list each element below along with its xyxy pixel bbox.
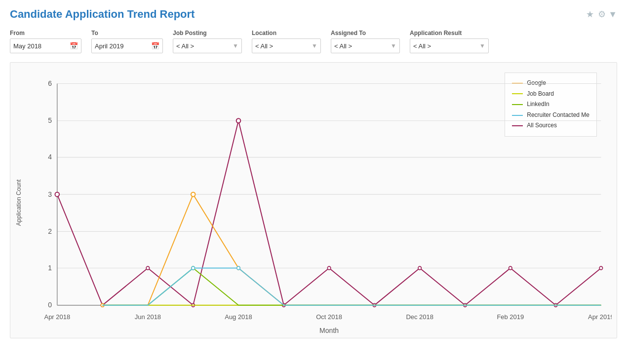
from-calendar-icon[interactable]: 📅 [70, 42, 78, 50]
google-line [103, 194, 601, 305]
dot-allsources-12 [599, 266, 602, 270]
to-filter: To 📅 [91, 30, 163, 53]
location-label: Location [252, 30, 321, 36]
to-input-wrap: 📅 [91, 38, 163, 53]
application-result-select-wrap: < All > ▼ [410, 38, 489, 53]
job-posting-arrow-icon: ▼ [233, 42, 238, 49]
page-title: Candidate Application Trend Report [10, 8, 195, 21]
job-posting-select[interactable]: < All > [176, 42, 231, 50]
dot-allsources-6 [327, 266, 330, 270]
to-calendar-icon[interactable]: 📅 [151, 42, 159, 50]
to-label: To [91, 30, 163, 36]
page: Candidate Application Trend Report ★ ⚙ ▼… [0, 0, 627, 364]
svg-text:Oct 2018: Oct 2018 [316, 313, 342, 321]
chart-svg-area: 0 1 2 3 4 5 6 Apr 2018 [25, 73, 612, 333]
location-filter: Location < All > ▼ [252, 30, 321, 53]
dot-allsources-0 [55, 192, 59, 197]
job-posting-filter: Job Posting < All > ▼ [173, 30, 242, 53]
svg-text:5: 5 [48, 116, 52, 124]
dot-google-peak [191, 192, 196, 197]
svg-text:0: 0 [48, 301, 52, 309]
svg-text:Apr 2019: Apr 2019 [588, 313, 612, 321]
location-select[interactable]: < All > [255, 42, 310, 50]
svg-text:4: 4 [48, 153, 52, 161]
all-sources-line [57, 121, 601, 305]
from-filter: From 📅 [10, 30, 81, 53]
application-result-filter: Application Result < All > ▼ [410, 30, 489, 53]
dot-allsources-2 [146, 266, 149, 270]
svg-text:Aug 2018: Aug 2018 [225, 313, 252, 321]
application-result-arrow-icon: ▼ [479, 42, 485, 49]
svg-text:2: 2 [48, 227, 52, 235]
main-chart-svg: 0 1 2 3 4 5 6 Apr 2018 [25, 73, 612, 333]
settings-icon[interactable]: ⚙ ▼ [598, 9, 617, 20]
from-input-wrap: 📅 [10, 38, 81, 53]
assigned-to-arrow-icon: ▼ [391, 42, 396, 49]
from-label: From [10, 30, 81, 36]
to-input[interactable] [95, 42, 149, 50]
y-axis-label: Application Count [15, 73, 22, 333]
dot-recruiter-2 [237, 266, 240, 270]
svg-text:Apr 2018: Apr 2018 [44, 313, 71, 321]
svg-text:Feb 2019: Feb 2019 [497, 313, 524, 321]
chart-container: Google Job Board LinkedIn Recruiter Cont… [10, 62, 617, 338]
svg-text:Month: Month [319, 327, 339, 333]
dot-allsources-8 [418, 266, 421, 270]
from-input[interactable] [13, 42, 68, 50]
svg-text:Dec 2018: Dec 2018 [406, 313, 433, 321]
svg-text:3: 3 [48, 190, 52, 198]
dot-recruiter-1 [192, 266, 195, 270]
chart-inner: 0 1 2 3 4 5 6 Apr 2018 [25, 73, 612, 333]
assigned-to-label: Assigned To [331, 30, 400, 36]
assigned-to-filter: Assigned To < All > ▼ [331, 30, 400, 53]
job-posting-select-wrap: < All > ▼ [173, 38, 242, 53]
filters: From 📅 To 📅 Job Posting < All > ▼ Loca [10, 30, 617, 53]
header: Candidate Application Trend Report ★ ⚙ ▼ [10, 8, 617, 21]
job-posting-label: Job Posting [173, 30, 242, 36]
application-result-select[interactable]: < All > [413, 42, 477, 50]
assigned-to-select-wrap: < All > ▼ [331, 38, 400, 53]
dot-allsources-10 [509, 266, 512, 270]
svg-text:Jun 2018: Jun 2018 [135, 313, 161, 321]
application-result-label: Application Result [410, 30, 489, 36]
svg-text:1: 1 [48, 264, 52, 272]
star-icon[interactable]: ★ [586, 9, 594, 20]
chart-area: Application Count [15, 73, 612, 333]
location-select-wrap: < All > ▼ [252, 38, 321, 53]
dot-allsources-4 [236, 118, 241, 123]
svg-text:6: 6 [48, 79, 52, 87]
assigned-to-select[interactable]: < All > [334, 42, 389, 50]
header-icons: ★ ⚙ ▼ [586, 9, 617, 20]
location-arrow-icon: ▼ [312, 42, 317, 49]
